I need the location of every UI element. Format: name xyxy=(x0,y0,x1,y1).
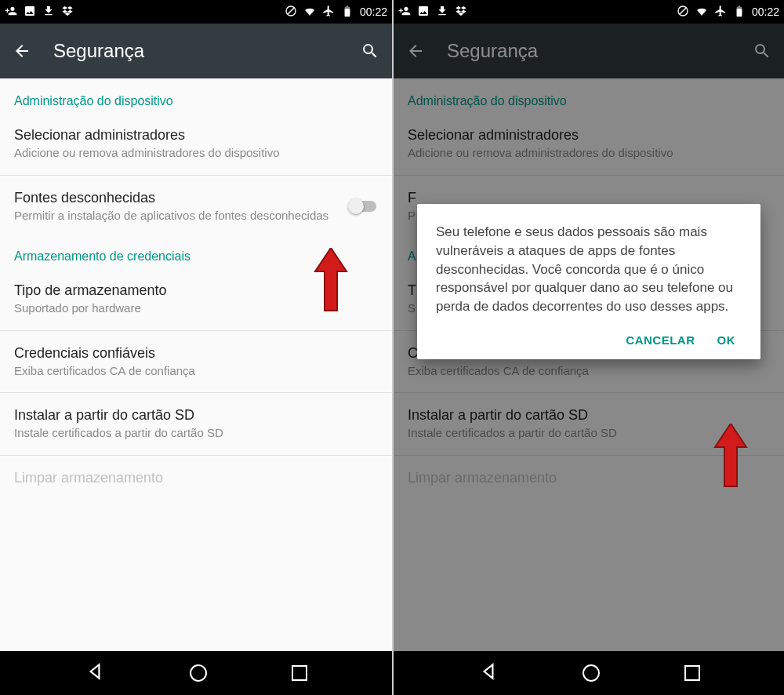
item-subtitle: Adicione ou remova administradores do di… xyxy=(14,145,378,161)
no-sim-icon xyxy=(285,5,297,20)
item-subtitle: Permitir a instalação de aplicativos de … xyxy=(14,208,348,224)
item-title: Instalar a partir do cartão SD xyxy=(14,407,378,424)
dialog-body: Seu telefone e seus dados pessoais são m… xyxy=(436,223,742,316)
left-screen: 00:22 Segurança Administração do disposi… xyxy=(0,0,392,695)
image-icon xyxy=(24,5,36,20)
item-title: Tipo de armazenamento xyxy=(14,282,378,299)
divider xyxy=(0,455,392,456)
status-time: 00:22 xyxy=(360,5,387,18)
back-button[interactable] xyxy=(13,42,31,60)
wifi-icon xyxy=(695,5,708,20)
person-add-icon xyxy=(398,5,411,20)
nav-back-icon[interactable] xyxy=(478,661,499,685)
dropbox-icon xyxy=(61,5,74,20)
item-subtitle: Instale certificados a partir do cartão … xyxy=(14,425,378,441)
dropbox-icon xyxy=(455,5,467,20)
section-credential-storage: Armazenamento de credenciais xyxy=(0,234,392,271)
right-screen: 00:22 Segurança Administração do disposi… xyxy=(392,0,784,695)
item-select-admins[interactable]: Selecionar administradores Adicione ou r… xyxy=(0,116,392,172)
unknown-sources-toggle[interactable] xyxy=(348,198,378,214)
no-sim-icon xyxy=(677,5,689,20)
item-subtitle: Exiba certificados CA de confiança xyxy=(14,363,378,379)
item-title: Limpar armazenamento xyxy=(14,470,378,486)
item-unknown-sources[interactable]: Fontes desconhecidas Permitir a instalaç… xyxy=(0,179,392,235)
item-subtitle: Suportado por hardware xyxy=(14,300,378,316)
status-time: 00:22 xyxy=(752,5,779,18)
app-bar: Segurança xyxy=(0,24,392,78)
dialog-cancel-button[interactable]: CANCELAR xyxy=(626,333,695,347)
status-bar: 00:22 xyxy=(394,0,784,24)
nav-bar xyxy=(394,651,784,695)
download-icon xyxy=(42,5,55,20)
battery-icon xyxy=(733,5,746,20)
section-device-admin: Administração do dispositivo xyxy=(0,78,392,116)
nav-recent-icon[interactable] xyxy=(292,665,307,681)
nav-recent-icon[interactable] xyxy=(684,665,700,681)
nav-back-icon[interactable] xyxy=(85,661,105,685)
item-clear-storage: Limpar armazenamento xyxy=(0,459,392,497)
divider xyxy=(0,175,392,176)
person-add-icon xyxy=(5,5,17,20)
svg-line-3 xyxy=(680,8,686,14)
item-storage-type[interactable]: Tipo de armazenamento Suportado por hard… xyxy=(0,271,392,327)
nav-home-icon[interactable] xyxy=(583,664,600,682)
airplane-icon xyxy=(322,5,335,20)
nav-home-icon[interactable] xyxy=(190,664,207,682)
item-title: Selecionar administradores xyxy=(14,127,378,144)
svg-line-1 xyxy=(288,8,294,14)
wifi-icon xyxy=(303,5,316,20)
status-bar: 00:22 xyxy=(0,0,392,24)
search-button[interactable] xyxy=(361,42,379,60)
item-title: Fontes desconhecidas xyxy=(14,190,348,206)
nav-bar xyxy=(0,651,392,695)
download-icon xyxy=(436,5,448,20)
item-install-sd[interactable]: Instalar a partir do cartão SD Instale c… xyxy=(0,396,392,452)
app-bar-title: Segurança xyxy=(53,40,361,62)
item-title: Credenciais confiáveis xyxy=(14,345,378,362)
item-trusted-credentials[interactable]: Credenciais confiáveis Exiba certificado… xyxy=(0,334,392,390)
airplane-icon xyxy=(714,5,727,20)
divider xyxy=(0,392,392,393)
battery-icon xyxy=(341,5,354,20)
settings-list: Administração do dispositivo Selecionar … xyxy=(0,78,392,651)
dialog-ok-button[interactable]: OK xyxy=(717,333,736,347)
image-icon xyxy=(417,5,430,20)
confirm-dialog: Seu telefone e seus dados pessoais são m… xyxy=(417,204,760,359)
divider xyxy=(0,330,392,331)
